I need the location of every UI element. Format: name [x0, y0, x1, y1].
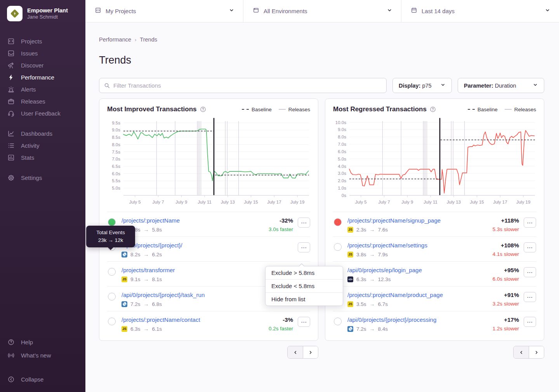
- arrow-right-icon: →: [144, 276, 149, 282]
- next-page-button[interactable]: [303, 346, 318, 358]
- sidebar-item-alerts[interactable]: Alerts: [0, 83, 85, 95]
- transaction-radio[interactable]: [334, 318, 342, 325]
- collapse-icon: [7, 375, 15, 383]
- svg-text:July 13: July 13: [221, 200, 235, 204]
- duration-after: 5.8s: [152, 227, 162, 233]
- transaction-link[interactable]: /api/0/projects/{project}/processing: [347, 316, 436, 323]
- discover-icon: [7, 62, 15, 69]
- breadcrumb-performance-link[interactable]: Performance: [99, 36, 131, 43]
- transaction-menu-button[interactable]: ⋯: [298, 218, 310, 228]
- svg-text:July 15: July 15: [244, 200, 258, 204]
- duration-before: 9.1s: [130, 276, 141, 282]
- transaction-radio[interactable]: [334, 243, 342, 251]
- svg-text:9.5s: 9.5s: [112, 121, 120, 125]
- menu-item-exclude-greater[interactable]: Exclude > 5.8ms: [266, 266, 343, 279]
- org-switcher[interactable]: Empower Plant Jane Schmidt: [0, 0, 85, 25]
- topbar: My Projects All Environments Last 14 day…: [85, 0, 559, 22]
- duration-before: 8.2s: [130, 252, 141, 257]
- javascript-icon: JS: [347, 301, 353, 307]
- question-icon[interactable]: [200, 106, 206, 112]
- svg-text:9.0s: 9.0s: [338, 127, 346, 132]
- sidebar-item-releases[interactable]: Releases: [0, 95, 85, 107]
- duration-before: 6.3s: [130, 326, 141, 332]
- baseline-legend: Baseline: [468, 107, 498, 112]
- chevron-down-icon: [530, 82, 538, 89]
- arrow-right-icon: →: [144, 326, 149, 332]
- environment-filter-label: All Environments: [264, 8, 382, 14]
- transaction-radio[interactable]: [108, 218, 116, 226]
- transaction-link[interactable]: /projects/:projectName: [122, 217, 180, 224]
- project-filter-dropdown[interactable]: My Projects: [85, 0, 243, 22]
- question-icon[interactable]: [430, 106, 436, 112]
- transaction-menu-button[interactable]: ⋯: [298, 317, 310, 327]
- display-dropdown[interactable]: Display: p75: [392, 78, 452, 93]
- duration-change: 1.2s slower: [493, 326, 519, 332]
- sidebar-item-whats-new[interactable]: What’s new: [0, 349, 85, 362]
- transaction-menu-button[interactable]: ⋯: [524, 267, 536, 277]
- sidebar-item-performance[interactable]: Performance: [0, 71, 85, 83]
- duration-after: 12.3s: [378, 276, 391, 282]
- parameter-dropdown[interactable]: Parameter: Duration: [458, 78, 544, 93]
- sidebar-item-help[interactable]: Help: [0, 335, 85, 349]
- svg-text:8.0s: 8.0s: [338, 135, 346, 139]
- baseline-line-icon: [468, 109, 475, 110]
- releases-line-icon: [279, 109, 286, 110]
- previous-page-button[interactable]: [514, 346, 529, 358]
- transaction-row: /projects/:projectName/settingsJS3.8s→7.…: [333, 237, 536, 261]
- sidebar-item-issues[interactable]: Issues: [0, 47, 85, 59]
- transaction-menu-button[interactable]: ⋯: [524, 317, 536, 327]
- python-icon: [347, 326, 353, 332]
- transaction-link[interactable]: /projects/:projectName/settings: [347, 242, 427, 249]
- sidebar-item-projects[interactable]: Projects: [0, 35, 85, 47]
- svg-text:10.0s: 10.0s: [335, 120, 346, 125]
- transaction-menu-button[interactable]: ⋯: [524, 242, 536, 252]
- svg-text:July 17: July 17: [493, 200, 507, 204]
- environments-icon: [253, 7, 259, 15]
- svg-text:July 5: July 5: [129, 200, 141, 204]
- transaction-link[interactable]: /api/0/projects/{project}/task_run: [122, 292, 205, 298]
- sidebar-item-discover[interactable]: Discover: [0, 59, 85, 71]
- transaction-menu-button[interactable]: ⋯: [524, 218, 536, 228]
- percent-change: +118%: [493, 217, 519, 224]
- sidebar-item-collapse[interactable]: Collapse: [0, 373, 85, 386]
- next-page-button[interactable]: [529, 346, 544, 358]
- transaction-link[interactable]: /projects/:projectName/contact: [122, 316, 200, 323]
- alerts-icon: [7, 86, 15, 93]
- daterange-filter-dropdown[interactable]: Last 14 days: [401, 0, 559, 22]
- percent-change: +91%: [493, 292, 519, 298]
- svg-text:2.0s: 2.0s: [338, 178, 346, 183]
- environment-filter-dropdown[interactable]: All Environments: [243, 0, 401, 22]
- javascript-icon: JS: [122, 326, 127, 332]
- transaction-radio[interactable]: [108, 318, 116, 325]
- transaction-link[interactable]: /projects/:projectName/signup_page: [347, 217, 441, 224]
- panel-title: Most Regressed Transactions: [333, 105, 427, 113]
- transaction-radio[interactable]: [108, 268, 116, 276]
- sidebar-item-stats[interactable]: Stats: [0, 152, 85, 164]
- sidebar-item-dashboards[interactable]: Dashboards: [0, 128, 85, 140]
- transaction-menu-button[interactable]: ⋯: [524, 292, 536, 302]
- transaction-link[interactable]: /api/0/projects/ep/login_page: [347, 267, 422, 273]
- menu-item-hide-from-list[interactable]: Hide from list: [266, 292, 343, 306]
- svg-text:7.5s: 7.5s: [112, 150, 120, 154]
- sidebar-item-activity[interactable]: Activity: [0, 140, 85, 152]
- menu-item-exclude-less[interactable]: Exclude < 5.8ms: [266, 279, 343, 292]
- improved-transactions-chart[interactable]: 5.0s5.5s6.0s6.5s7.0s7.5s8.0s8.5s9.0s9.5s…: [107, 116, 310, 208]
- transaction-link[interactable]: /projects/transformer: [122, 267, 175, 273]
- transaction-link[interactable]: /projects/:projectName/product_page: [347, 292, 443, 298]
- transaction-row: /api/0/projects/ep/login_page</>6.3s→12.…: [333, 261, 536, 286]
- svg-text:1.0s: 1.0s: [338, 186, 346, 190]
- svg-text:July 13: July 13: [447, 200, 461, 204]
- previous-page-button[interactable]: [288, 346, 303, 358]
- sidebar-item-settings[interactable]: Settings: [0, 172, 85, 184]
- transaction-radio[interactable]: [334, 218, 342, 226]
- daterange-filter-label: Last 14 days: [422, 8, 540, 14]
- sidebar-item-feedback[interactable]: User Feedback: [0, 107, 85, 119]
- transaction-row: /projects/:projectName/signup_pageJS2.3s…: [333, 212, 536, 237]
- filter-transactions-input[interactable]: [113, 82, 382, 89]
- transaction-radio[interactable]: [108, 293, 116, 300]
- transaction-menu-button[interactable]: ⋯: [298, 242, 310, 252]
- regressed-transactions-list: /projects/:projectName/signup_pageJS2.3s…: [333, 212, 536, 336]
- controls-row: Display: p75 Parameter: Duration: [99, 78, 544, 93]
- regressed-transactions-chart[interactable]: 0s1.0s2.0s3.0s4.0s5.0s6.0s7.0s8.0s9.0s10…: [333, 116, 536, 208]
- activity-icon: [7, 142, 15, 150]
